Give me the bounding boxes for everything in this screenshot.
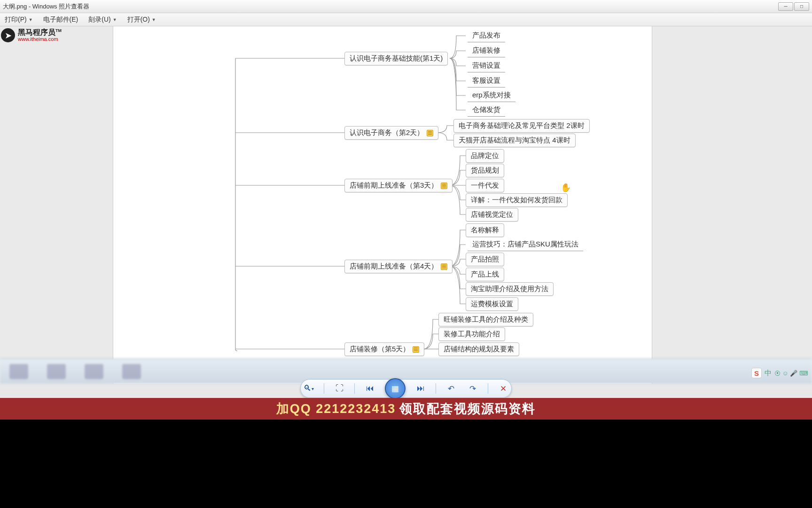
mindmap-leaf[interactable]: 货品规划 xyxy=(466,164,504,177)
chevron-down-icon: ▼ xyxy=(152,17,156,22)
mindmap-leaf[interactable]: 店铺视觉定位 xyxy=(466,208,518,222)
actual-size-button[interactable]: ⛶ xyxy=(333,382,346,395)
note-icon xyxy=(413,346,419,353)
note-icon xyxy=(427,130,433,136)
mindmap-leaf[interactable]: 旺铺装修工具的介绍及种类 xyxy=(438,313,533,326)
photo-viewer-canvas: ➤ 黑马程序员TM www.itheima.com xyxy=(0,26,812,384)
note-icon xyxy=(441,263,447,270)
mindmap-node-day1[interactable]: 认识电子商务基础技能(第1天) xyxy=(344,52,448,65)
mindmap-leaf[interactable]: 产品发布 xyxy=(468,29,505,42)
sogou-icon: S xyxy=(751,368,762,378)
zoom-button[interactable]: 🔍︎▾ xyxy=(302,382,315,395)
mindmap-leaf[interactable]: 一件代发 xyxy=(466,179,504,192)
cursor-hand-icon: ✋ xyxy=(561,183,571,193)
menu-open[interactable]: 打开(O)▼ xyxy=(127,16,156,24)
minimize-button[interactable]: ─ xyxy=(778,2,793,11)
mindmap-leaf[interactable]: 详解：一件代发如何发货回款 xyxy=(466,193,568,207)
next-button[interactable]: ⏭ xyxy=(414,382,427,395)
promo-banner: 加QQ 2212232413 领取配套视频源码资料 xyxy=(0,398,812,420)
slideshow-button[interactable]: ▦ xyxy=(385,378,406,399)
mindmap-leaf[interactable]: 名称解释 xyxy=(466,223,504,237)
chevron-down-icon: ▼ xyxy=(29,17,33,22)
mindmap-leaf[interactable]: 营销设置 xyxy=(468,59,505,72)
mindmap-leaf[interactable]: erp系统对接 xyxy=(468,89,515,102)
viewer-toolbar: 🔍︎▾ ⛶ ⏮ ▦ ⏭ ↶ ↷ ✕ xyxy=(300,379,512,398)
mindmap-leaf[interactable]: 天猫开店基础流程与淘宝特点 4课时 xyxy=(453,134,576,147)
rotate-ccw-button[interactable]: ↶ xyxy=(445,382,458,395)
menu-email[interactable]: 电子邮件(E) xyxy=(43,16,78,24)
prev-button[interactable]: ⏮ xyxy=(363,382,376,395)
letterbox-bottom xyxy=(0,420,812,508)
mindmap-node-day4[interactable]: 店铺前期上线准备（第4天） xyxy=(344,260,453,273)
delete-button[interactable]: ✕ xyxy=(497,382,510,395)
mindmap-leaf[interactable]: 产品拍照 xyxy=(466,253,504,266)
mindmap-leaf[interactable]: 店铺结构的规划及要素 xyxy=(438,342,519,356)
mindmap-leaf[interactable]: 淘宝助理介绍及使用方法 xyxy=(466,282,554,296)
mindmap-leaf[interactable]: 仓储发货 xyxy=(468,103,505,117)
chevron-down-icon: ▼ xyxy=(113,17,117,22)
window-titlebar: 大纲.png - Windows 照片查看器 ─ □ xyxy=(0,0,812,13)
mindmap-leaf[interactable]: 装修工具功能介绍 xyxy=(438,327,505,341)
mindmap-leaf[interactable]: 客服设置 xyxy=(468,74,505,87)
menu-print[interactable]: 打印(P)▼ xyxy=(5,16,33,24)
image-page: 认识电子商务基础技能(第1天) 产品发布 店铺装修 营销设置 客服设置 erp系… xyxy=(113,26,652,384)
mindmap-leaf[interactable]: 电子商务基础理论及常见平台类型 2课时 xyxy=(453,119,590,133)
rotate-cw-button[interactable]: ↷ xyxy=(466,382,479,395)
menubar: 打印(P)▼ 电子邮件(E) 刻录(U)▼ 打开(O)▼ xyxy=(0,13,812,26)
ime-indicator[interactable]: S 中 ⦿ ☺ 🎤 ⌨ xyxy=(751,368,808,378)
note-icon xyxy=(441,183,447,189)
mindmap-node-day3[interactable]: 店铺前期上线准备（第3天） xyxy=(344,179,453,192)
watermark-logo: ➤ 黑马程序员TM www.itheima.com xyxy=(1,28,62,42)
window-title: 大纲.png - Windows 照片查看器 xyxy=(3,2,89,11)
mindmap-leaf[interactable]: 店铺装修 xyxy=(468,44,505,57)
maximize-button[interactable]: □ xyxy=(794,2,809,11)
mindmap-leaf[interactable]: 产品上线 xyxy=(466,268,504,281)
logo-icon: ➤ xyxy=(1,28,15,42)
mindmap-leaf[interactable]: 运营技巧：店铺产品SKU属性玩法 xyxy=(468,238,583,251)
mindmap-node-day2[interactable]: 认识电子商务（第2天） xyxy=(344,126,438,140)
mindmap-leaf[interactable]: 品牌定位 xyxy=(466,149,504,163)
menu-burn[interactable]: 刻录(U)▼ xyxy=(88,16,117,24)
mindmap-leaf[interactable]: 运费模板设置 xyxy=(466,297,518,311)
mindmap-node-day5[interactable]: 店铺装修（第5天） xyxy=(344,342,424,356)
